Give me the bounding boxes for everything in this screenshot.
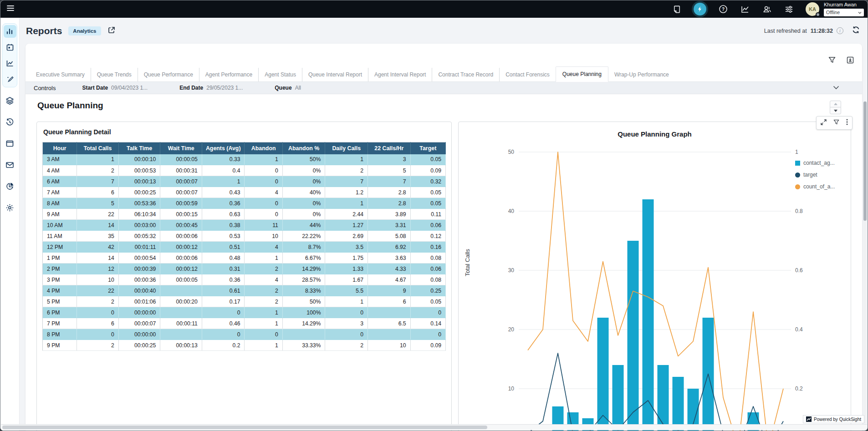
line-series-target [528, 353, 783, 431]
app-window: ? KA Khurram Awan Offline [0, 0, 868, 431]
tab-wrap-up-performance[interactable]: Wrap-Up Performance [608, 68, 675, 81]
column-header[interactable]: Target [410, 142, 445, 154]
tab-agent-performance[interactable]: Agent Performance [199, 68, 258, 81]
last-refreshed-label: Last refreshed at [764, 28, 807, 34]
table-cell: 14 [77, 220, 119, 231]
download-icon[interactable] [847, 56, 854, 66]
tab-contract-trace-record[interactable]: Contract Trace Record [432, 68, 499, 81]
tab-executive-summary[interactable]: Executive Summary [30, 68, 91, 81]
sidebar-item-settings[interactable] [5, 203, 14, 214]
hamburger-menu-icon[interactable] [6, 4, 15, 15]
quick-actions-bolt-icon[interactable] [694, 3, 706, 15]
sidebar-item-dashboards[interactable] [4, 25, 16, 38]
column-header[interactable]: 22 Calls/Hr [368, 142, 411, 154]
refresh-icon[interactable] [852, 25, 860, 36]
status-select[interactable]: Offline [824, 9, 864, 16]
help-icon[interactable]: ? [718, 4, 728, 14]
sidebar-item-history[interactable] [5, 118, 14, 128]
contacts-icon[interactable] [762, 4, 772, 14]
user-name: Khurram Awan [824, 2, 864, 8]
table-cell: 14.29% [282, 264, 325, 274]
tab-queue-planning[interactable]: Queue Planning [556, 66, 608, 82]
sidebar-item-mail[interactable] [5, 161, 14, 171]
sidebar-item-layers[interactable] [5, 96, 14, 107]
queue-planning-table[interactable]: HourTotal CallsTalk TimeWait TimeAgents … [42, 142, 446, 351]
horizontal-scrollbar[interactable] [1, 424, 867, 430]
column-header[interactable]: Hour [43, 142, 77, 154]
tab-agent-status[interactable]: Agent Status [258, 68, 302, 81]
column-header[interactable]: Abandon [245, 142, 282, 154]
sidebar-item-reports[interactable] [4, 57, 16, 70]
table-cell: 00:00:39 [118, 264, 160, 274]
queue-planning-graph-card: Queue Planning Graph Total Calls 501400.… [458, 122, 851, 431]
info-icon[interactable]: i [837, 27, 843, 34]
table-cell: 0 [245, 176, 282, 187]
tab-queue-performance[interactable]: Queue Performance [138, 68, 199, 81]
metrics-icon[interactable] [740, 4, 750, 14]
stepper-up-icon[interactable] [830, 101, 841, 107]
table-cell: 7 [368, 176, 411, 187]
column-header[interactable]: Total Calls [77, 142, 119, 154]
page-title: Reports [26, 25, 62, 36]
controls-collapse-chevron-icon[interactable] [833, 85, 839, 91]
stepper-down-icon[interactable] [830, 107, 841, 114]
vertical-scrollbar[interactable] [863, 101, 867, 423]
column-header[interactable]: Wait Time [160, 142, 202, 154]
vertical-scrollbar-thumb[interactable] [863, 101, 867, 221]
start-date-value: 09/04/2023 1... [111, 85, 148, 91]
table-cell: 10 [77, 274, 119, 285]
control-start-date[interactable]: Start Date 09/04/2023 1... [82, 85, 148, 91]
control-end-date[interactable]: End Date 29/05/2023 1... [179, 85, 243, 91]
tab-contact-forensics[interactable]: Contact Forensics [499, 68, 556, 81]
legend-item-contact-ag-[interactable]: contact_ag... [795, 160, 846, 166]
bar-12pm [643, 199, 654, 431]
column-header[interactable]: Abandon % [282, 142, 325, 154]
y-right-tick-label: 0.2 [795, 385, 803, 392]
table-cell: 0 [202, 307, 245, 318]
table-cell: 06:10:34 [118, 209, 160, 220]
external-link-icon[interactable] [107, 26, 116, 36]
table-cell: 0.16 [410, 242, 445, 253]
legend-item-target[interactable]: target [795, 172, 846, 178]
avatar-initials: KA [809, 6, 816, 12]
sidebar-item-workspace[interactable] [5, 139, 14, 150]
sidebar-item-analytics-pie[interactable] [5, 182, 14, 193]
kebab-menu-icon[interactable] [846, 119, 848, 127]
table-cell: 00:00:06 [160, 231, 202, 242]
avatar[interactable]: KA [806, 2, 819, 16]
tab-queue-trends[interactable]: Queue Trends [91, 68, 138, 81]
table-cell: 0 [410, 307, 445, 318]
expand-icon[interactable] [821, 119, 827, 127]
column-header[interactable]: Daily Calls [325, 142, 368, 154]
tab-queue-interval-report[interactable]: Queue Interval Report [302, 68, 368, 81]
chart-toolbar [816, 116, 853, 130]
sliders-icon[interactable] [784, 4, 794, 14]
table-cell: 00:05:32 [118, 231, 160, 242]
table-row: 7 AM600:00:2500:00:070.43440%1.22.80.05 [43, 187, 446, 198]
legend-item-count-of-a-[interactable]: count_of_a... [795, 183, 846, 190]
column-header[interactable]: Agents (Avg) [202, 142, 245, 154]
sidebar-item-design[interactable] [4, 73, 16, 86]
filter-icon[interactable] [828, 56, 836, 66]
table-cell: 11 [245, 220, 282, 231]
history-icon [5, 118, 14, 127]
notes-icon[interactable] [672, 4, 682, 14]
table-cell: 00:00:25 [118, 340, 160, 351]
y-axis-label: Total Calls [464, 249, 471, 276]
control-queue[interactable]: Queue All [275, 85, 301, 91]
table-cell: 40% [282, 187, 325, 198]
y-left-tick-label: 40 [508, 208, 515, 214]
sidebar-item-schedule[interactable] [4, 41, 16, 54]
table-row: 3 AM100:00:1000:00:050.33150%130.05 [43, 154, 446, 165]
table-cell: 2 [77, 296, 119, 307]
table-cell: 0 [245, 329, 282, 340]
tab-agent-interval-report[interactable]: Agent Interval Report [368, 68, 432, 81]
chart-filter-icon[interactable] [833, 119, 839, 127]
sheet-stepper[interactable] [830, 101, 841, 114]
table-cell: 0.06 [410, 264, 445, 274]
table-cell: 7 [77, 176, 119, 187]
horizontal-scrollbar-thumb[interactable] [2, 426, 487, 429]
column-header[interactable]: Talk Time [118, 142, 160, 154]
table-cell: 3 [368, 154, 411, 165]
table-cell: 0.46 [202, 318, 245, 329]
